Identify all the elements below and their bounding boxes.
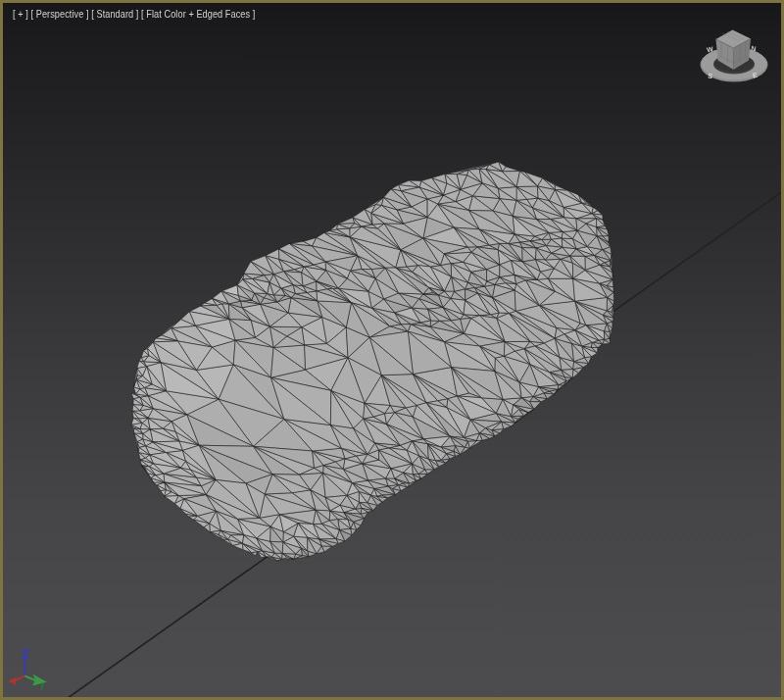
svg-text:W: W	[706, 45, 713, 53]
svg-text:S: S	[708, 73, 713, 80]
svg-text:N: N	[751, 45, 757, 53]
